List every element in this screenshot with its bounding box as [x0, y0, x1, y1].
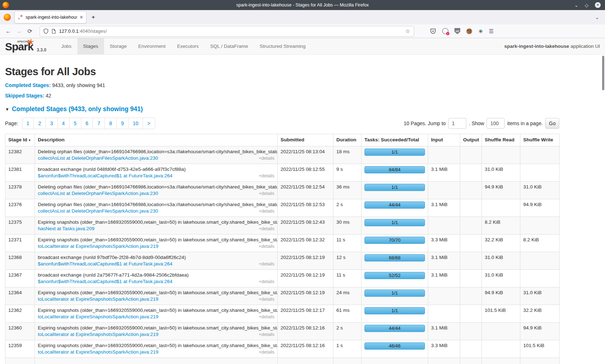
stage-description: Expiring snapshots (older_than=166932055… [38, 307, 274, 314]
nav-item-structured-streaming[interactable]: Structured Streaming [254, 38, 312, 54]
stage-detail-link[interactable]: $anonfun$withThreadLocalCaptured$1 at Fu… [38, 173, 172, 179]
close-window-button[interactable]: ✕ [595, 2, 601, 8]
spark-favicon-star-icon: ✶ [19, 13, 23, 19]
page-button-6[interactable]: 6 [81, 118, 93, 129]
forward-button[interactable]: → [14, 28, 24, 35]
page-button-2[interactable]: 2 [33, 118, 45, 129]
nav-item-storage[interactable]: Storage [104, 38, 133, 54]
containers-icon[interactable] [442, 28, 448, 34]
details-toggle[interactable]: +details [259, 208, 274, 214]
nav-item-environment[interactable]: Environment [133, 38, 171, 54]
completed-stages-line: Completed Stages: 9433, only showing 941 [5, 82, 600, 88]
stage-detail-link[interactable]: collectAsList at DeleteOrphanFilesSparkA… [38, 190, 158, 197]
menu-hamburger-icon[interactable]: ☰ [489, 28, 494, 34]
stage-detail-link[interactable]: toLocalIterator at ExpireSnapshotsSparkA… [38, 296, 158, 302]
pocket-icon[interactable] [430, 28, 436, 34]
column-header-stage-id[interactable]: Stage Id▾ [5, 134, 35, 146]
output-cell [460, 199, 482, 217]
column-header-description[interactable]: Description [35, 134, 278, 146]
page-button-9[interactable]: 9 [116, 118, 128, 129]
column-header-tasks-succeeded-total[interactable]: Tasks: Succeeded/Total [362, 134, 428, 146]
details-toggle[interactable]: +details [259, 261, 274, 267]
column-header-shuffle-read[interactable]: Shuffle Read [482, 134, 520, 146]
reload-button[interactable]: ⟳ [24, 28, 35, 35]
details-toggle[interactable]: +details [259, 349, 274, 355]
submitted-cell: 2022/11/25 08:12:43 [278, 217, 333, 235]
page-button-3[interactable]: 3 [45, 118, 57, 129]
skipped-stages-link[interactable]: Skipped Stages: [5, 93, 44, 99]
new-tab-button[interactable]: + [91, 14, 95, 21]
details-toggle[interactable]: +details [259, 226, 274, 232]
cookie-icon[interactable] [466, 28, 472, 34]
column-header-shuffle-write[interactable]: Shuffle Write [520, 134, 560, 146]
output-cell [460, 323, 482, 340]
column-header-input[interactable]: Input [428, 134, 460, 146]
browser-tab[interactable]: ✶ ∿ spark-ingest-into-lakehous ✕ [14, 11, 86, 23]
details-toggle[interactable]: +details [259, 314, 274, 320]
column-header-duration[interactable]: Duration [333, 134, 362, 146]
scrollbar-thumb[interactable] [602, 56, 604, 90]
shuffle-read-cell: 31.0 KiB [482, 252, 520, 270]
stage-id-cell: 12381 [5, 164, 35, 182]
stage-detail-link[interactable]: collectAsList at DeleteOrphanFilesSparkA… [38, 155, 158, 161]
details-toggle[interactable]: +details [259, 331, 274, 338]
nav-item-jobs[interactable]: Jobs [55, 38, 77, 54]
tasks-progress-bar: 1/1 [364, 290, 425, 297]
stage-detail-link[interactable]: collectAsList at DeleteOrphanFilesSparkA… [38, 208, 158, 214]
nav-item-executors[interactable]: Executors [171, 38, 205, 54]
list-all-tabs-icon[interactable]: ⌄ [595, 14, 599, 20]
stages-table: Stage Id▾DescriptionSubmittedDurationTas… [5, 134, 560, 364]
extension-asterisk-icon[interactable]: ✳ [478, 28, 483, 34]
details-toggle[interactable]: +details [259, 278, 274, 285]
firefox-view-icon[interactable] [4, 14, 11, 21]
stage-detail-link[interactable]: toLocalIterator at ExpireSnapshotsSparkA… [38, 314, 158, 320]
description-cell: broadcast exchange (runId 2a75677f-a771-… [35, 270, 278, 287]
page-button-1[interactable]: 1 [22, 118, 34, 129]
input-cell: 3.3 MiB [428, 235, 460, 252]
spark-logo[interactable]: APACHE Spark ✶ 3.3.0 [5, 38, 50, 54]
page-button-8[interactable]: 8 [104, 118, 116, 129]
details-toggle[interactable]: +details [259, 173, 274, 179]
details-toggle[interactable]: +details [259, 155, 274, 161]
shuffle-write-cell [520, 270, 560, 287]
page-button-5[interactable]: 5 [69, 118, 81, 129]
completed-stages-section-toggle[interactable]: ▼ Completed Stages (9433, only showing 9… [5, 105, 600, 113]
tasks-progress-bar: 52/52 [364, 272, 425, 279]
stage-detail-link[interactable]: $anonfun$withThreadLocalCaptured$1 at Fu… [38, 261, 172, 267]
details-toggle[interactable]: +details [259, 296, 274, 302]
completed-stages-link[interactable]: Completed Stages: [5, 82, 51, 88]
input-cell: 3.1 MiB [428, 270, 460, 287]
items-per-page-input[interactable] [487, 118, 505, 129]
column-header-submitted[interactable]: Submitted [278, 134, 333, 146]
column-header-output[interactable]: Output [460, 134, 482, 146]
details-toggle[interactable]: +details [259, 243, 274, 250]
duration-cell: 61 ms [333, 305, 362, 323]
jump-to-page-input[interactable] [448, 118, 466, 129]
stage-detail-link[interactable]: hasNext at Tasks.java:209 [38, 226, 94, 232]
tab-title: spark-ingest-into-lakehous [26, 15, 77, 20]
submitted-cell: 2022/11/25 08:12:53 [278, 199, 333, 217]
next-page-button[interactable]: > [143, 118, 154, 129]
close-tab-icon[interactable]: ✕ [80, 15, 83, 20]
nav-item-stages[interactable]: Stages [77, 38, 104, 54]
page-button-10[interactable]: 10 [128, 118, 143, 129]
nav-item-sql-dataframe[interactable]: SQL / DataFrame [205, 38, 254, 54]
bookmark-star-icon[interactable]: ☆ [405, 28, 410, 35]
url-bar[interactable]: 127.0.0.1:4040/stages/ ☆ [40, 26, 414, 37]
maximize-button[interactable]: ◇ [585, 3, 588, 8]
go-button[interactable]: Go [545, 118, 559, 129]
shuffle-read-cell [482, 199, 520, 217]
minimize-button[interactable]: ⌄ [574, 3, 578, 8]
page-button-4[interactable]: 4 [57, 118, 69, 129]
stage-detail-link[interactable]: toLocalIterator at ExpireSnapshotsSparkA… [38, 243, 158, 250]
stage-detail-link[interactable]: toLocalIterator at ExpireSnapshotsSparkA… [38, 349, 158, 355]
stage-detail-link[interactable]: toLocalIterator at ExpireSnapshotsSparkA… [38, 331, 158, 338]
ublock-icon[interactable]: uO [454, 28, 460, 34]
stage-detail-link[interactable]: $anonfun$withThreadLocalCaptured$1 at Fu… [38, 278, 172, 285]
details-toggle[interactable]: +details [259, 190, 274, 197]
page-button-7[interactable]: 7 [93, 118, 104, 129]
stage-row-12382: 12382Deleting orphan files (older_than=1… [5, 146, 560, 164]
back-button[interactable]: ← [3, 28, 14, 35]
page-info-icon[interactable] [51, 29, 56, 34]
shield-permissions-icon[interactable] [44, 28, 48, 34]
